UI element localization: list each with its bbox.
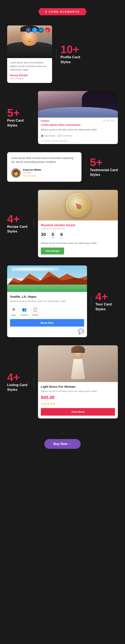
tour-section: Seattle, LA, Vegas Adipisci ng elit ut e… xyxy=(0,264,125,343)
recipe-card-body: Roasted chicken breast A delicious roast… xyxy=(38,220,118,258)
recipe-desc: Adipisci ng elit ut elit tellus luctus n… xyxy=(41,242,115,245)
testimonial-label: Testimonial CardStyles xyxy=(90,168,118,178)
listing-section: 4+ Listing CardStyles Light Dress For Wo… xyxy=(0,343,125,425)
listing-stars: ★★★★★ xyxy=(41,402,115,406)
tour-location: Seattle, LA, Vegas xyxy=(10,295,84,298)
tour-feature-3: 📋 Guides xyxy=(32,306,39,316)
post-label: Post CardStyles xyxy=(7,118,30,128)
post-section-label: 5+ Post CardStyles xyxy=(7,107,30,128)
testimonial-card: Lorem ipsum dolor sit amet luctus lconse… xyxy=(7,152,81,182)
tour-feature-1: ⚙ Days xyxy=(10,306,17,316)
feature-persons-icon: 👥 xyxy=(21,306,28,313)
tour-features: ⚙ Days 👥 Persons 📋 Guides xyxy=(10,306,84,316)
listing-title: Light Dress For Woman xyxy=(41,385,115,388)
recipe-stats: 30 min. 5 serv. 6 ing. xyxy=(41,232,115,239)
arrow-down-icon: ↓ xyxy=(4,429,121,435)
feature-guides-icon: 📋 xyxy=(32,306,39,313)
tour-desc: Adipisci ng elit ut elit tellus luctus n… xyxy=(10,300,84,303)
profile-author-name: Henny Rovato xyxy=(10,74,49,77)
feature-days-icon: ⚙ xyxy=(10,306,17,313)
profile-section: 😄 f t in ◎ Lorem ipsum dolor sit consect… xyxy=(0,22,125,89)
listing-label: Listing CardStyles xyxy=(7,382,30,392)
speech-pointer xyxy=(13,165,19,170)
listing-card: Light Dress For Woman Adipisci ng elit u… xyxy=(38,345,118,419)
testimonial-count: 5+ xyxy=(90,157,118,168)
tour-image xyxy=(7,266,87,292)
post-comments: 💬 6 Comments xyxy=(58,135,73,137)
tour-count: 4+ xyxy=(95,291,118,302)
recipe-section-label: 4+ Recipe CardStyles xyxy=(7,213,30,234)
testimonial-author-info: Kamron White Founder ★★★★★ xyxy=(23,168,41,178)
feature-days-label: Days xyxy=(12,314,16,316)
profile-section-label: 10+ Profile CardStyles xyxy=(60,44,80,64)
facebook-icon[interactable]: f xyxy=(26,28,31,33)
listing-desc: Adipisci ng elit ut elit tellus luctus n… xyxy=(41,390,115,393)
tour-card: Seattle, LA, Vegas Adipisci ng elit ut e… xyxy=(7,266,87,337)
recipe-stat2-label: serv. xyxy=(51,237,55,239)
recipe-card: 🍗 Roasted chicken breast A delicious roa… xyxy=(38,190,118,258)
listing-section-label: 4+ Listing CardStyles xyxy=(7,372,30,392)
testimonial-section: Lorem ipsum dolor sit amet luctus lconse… xyxy=(0,150,125,188)
post-author: 👤 Kayla Kostar xyxy=(41,135,56,137)
post-title: Lorem ipsum dolor consectetur xyxy=(41,123,115,127)
recipe-section: 4+ Recipe CardStyles 🍗 Roasted chicken b… xyxy=(0,188,125,264)
recipe-image: 🍗 xyxy=(38,190,118,220)
header-badge: 6 CARD ELEMENTS xyxy=(38,8,87,15)
recipe-stat-1: 30 min. xyxy=(41,232,46,239)
testimonial-section-label: 5+ Testimonial CardStyles xyxy=(90,157,118,178)
book-now-button[interactable]: Book Now xyxy=(10,319,84,326)
recipe-stat2-num: 5 xyxy=(51,232,55,237)
listing-price: $45.00 xyxy=(41,395,115,400)
profile-label: Profile CardStyles xyxy=(60,55,80,64)
feature-persons-label: Persons xyxy=(21,314,28,316)
listing-image xyxy=(38,345,118,382)
food-plate: 🍗 xyxy=(66,193,90,218)
post-tags: 🏷 Clothes, Fashion, Women xyxy=(41,138,115,144)
post-count: 5+ xyxy=(7,107,30,118)
tour-card-body: Seattle, LA, Vegas Adipisci ng elit ut e… xyxy=(7,292,87,337)
testimonial-stars: ★★★★★ xyxy=(23,174,41,178)
post-category: Fashion xyxy=(41,120,49,122)
recipe-count: 4+ xyxy=(7,213,30,224)
post-section: 5+ Post CardStyles Fashion 11 Feb, 2019 … xyxy=(0,89,125,150)
whatsapp-icon[interactable]: 💬 xyxy=(10,328,84,334)
recipe-stat-2: 5 serv. xyxy=(51,232,55,239)
recipe-stat-3: 6 ing. xyxy=(60,232,63,239)
recipe-subtitle: A delicious roast for one xyxy=(41,227,115,230)
recipe-stat3-num: 6 xyxy=(60,232,63,237)
testimonial-author-role: Founder xyxy=(23,171,41,174)
listing-count: 4+ xyxy=(7,372,30,382)
post-date: 11 Feb, 2019 xyxy=(103,120,115,122)
profile-image-area: 😄 f t in ◎ xyxy=(7,26,52,58)
instagram-icon[interactable]: ◎ xyxy=(45,28,50,33)
testimonial-author-name: Kamron White xyxy=(23,168,41,171)
profile-desc: Lorem ipsum dolor sit consectetur adipis… xyxy=(10,61,49,72)
listing-card-body: Light Dress For Woman Adipisci ng elit u… xyxy=(38,382,118,419)
recipe-title: Roasted chicken breast xyxy=(41,223,115,227)
tour-section-label: 4+ Tour CardStyles xyxy=(95,291,118,312)
linkedin-icon[interactable]: in xyxy=(38,28,44,33)
post-image xyxy=(38,91,118,118)
section-divider-1 xyxy=(56,49,56,59)
buy-section: ↓ Buy Now → xyxy=(0,424,125,459)
page-header: 6 CARD ELEMENTS xyxy=(0,0,125,22)
recipe-stat1-label: min. xyxy=(41,237,46,239)
profile-card: 😄 f t in ◎ Lorem ipsum dolor sit consect… xyxy=(7,26,52,83)
recipe-stat1-num: 30 xyxy=(41,232,46,237)
twitter-icon[interactable]: t xyxy=(32,28,37,33)
tour-label: Tour CardStyles xyxy=(95,302,118,312)
view-more-button[interactable]: View More xyxy=(41,408,115,416)
post-desc: Adipisci ng elit ut elit tellus luctus n… xyxy=(41,128,115,132)
post-card-body: Fashion 11 Feb, 2019 Lorem ipsum dolor c… xyxy=(38,118,118,144)
feature-guides-label: Guides xyxy=(32,314,38,316)
recipe-label: Recipe CardStyles xyxy=(7,224,30,234)
recipe-stat3-label: ing. xyxy=(60,237,63,239)
profile-author-role: Web Designer xyxy=(10,77,49,80)
tour-feature-2: 👥 Persons xyxy=(21,306,28,316)
social-icons-bar: f t in ◎ xyxy=(26,28,50,33)
post-card: Fashion 11 Feb, 2019 Lorem ipsum dolor c… xyxy=(38,91,118,144)
buy-now-button[interactable]: Buy Now → xyxy=(44,439,81,449)
testimonial-quote: Lorem ipsum dolor sit amet luctus lconse… xyxy=(11,156,77,164)
profile-card-body: Lorem ipsum dolor sit consectetur adipis… xyxy=(7,58,52,83)
view-recipe-button[interactable]: View Recipe xyxy=(41,248,64,254)
